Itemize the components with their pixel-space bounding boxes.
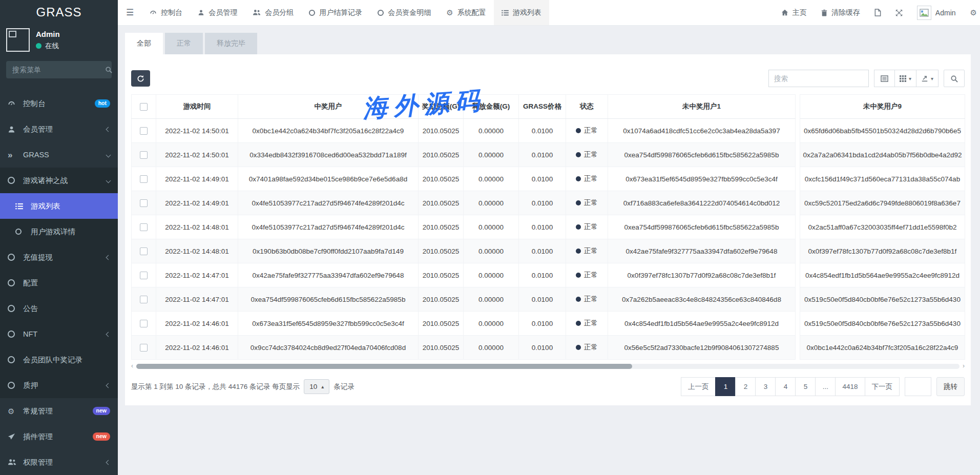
next-page-button[interactable]: 下一页 (865, 377, 900, 396)
table-view-buttons: ▾ ▾ (874, 70, 939, 87)
sidebar-item-staking[interactable]: 质押 (0, 373, 118, 398)
nav-item-game-list[interactable]: 游戏列表 (494, 0, 549, 25)
row-checkbox[interactable] (140, 223, 148, 231)
status-dot (576, 321, 581, 326)
sidebar-item-grass[interactable]: » GRASS (0, 142, 118, 168)
col-winner[interactable]: 中奖用户 (238, 95, 419, 119)
table-search-input[interactable] (774, 75, 863, 82)
scroll-right-arrow[interactable]: › (963, 362, 965, 369)
row-checkbox[interactable] (140, 272, 148, 279)
row-checkbox[interactable] (140, 320, 148, 327)
row-checkbox[interactable] (140, 127, 148, 135)
status-dot (576, 297, 581, 302)
sidebar-item-nft[interactable]: NFT (0, 321, 118, 347)
pagination-info: 显示第 1 到第 10 条记录，总共 44176 条记录 每页显示 10 ▴ 条… (131, 379, 355, 394)
refresh-button[interactable] (131, 70, 150, 87)
sidebar-item-permission-management[interactable]: 权限管理 (0, 449, 118, 475)
nav-item-user-settlement-records[interactable]: 用户结算记录 (301, 0, 370, 25)
caret-down-icon: ▾ (909, 76, 911, 81)
caret-down-icon: ▾ (931, 76, 933, 81)
sidebar-search-input[interactable] (12, 66, 105, 74)
row-checkbox[interactable] (140, 199, 148, 207)
nav-item-console[interactable]: 控制台 (142, 0, 190, 25)
table-toolbar: ▾ ▾ (125, 54, 971, 94)
sidebar-item-plugin-management[interactable]: 插件管理 new (0, 424, 118, 449)
sidebar-item-team-prize-records[interactable]: 会员团队中奖记录 (0, 347, 118, 373)
col-loser1[interactable]: 未中奖用户1 (608, 95, 796, 119)
jump-page-input[interactable] (905, 377, 931, 396)
sidebar-item-label: 游戏列表 (31, 201, 60, 211)
col-released-amount[interactable]: 释放金额(G) (464, 95, 519, 119)
tab-all[interactable]: 全部 (125, 33, 163, 54)
sidebar-item-game-of-gods[interactable]: 游戏诸神之战 (0, 168, 118, 193)
nav-item-label: 系统配置 (457, 8, 486, 17)
sidebar-item-game-list[interactable]: 游戏列表 (0, 193, 118, 219)
detail-view-button[interactable] (874, 70, 895, 87)
sidebar-item-general-management[interactable]: ⚙ 常规管理 new (0, 398, 118, 424)
scrollbar-track[interactable] (136, 364, 960, 369)
home-button[interactable]: 主页 (775, 8, 813, 17)
col-game-time[interactable]: 游戏时间 (156, 95, 238, 119)
tab-released[interactable]: 释放完毕 (205, 33, 257, 54)
nav-item-system-config[interactable]: ⚙ 系统配置 (439, 0, 493, 25)
page-button[interactable]: 2 (735, 377, 756, 396)
page-button[interactable]: 4 (775, 377, 796, 396)
col-total-reward[interactable]: 奖励总额(G) (419, 95, 464, 119)
sidebar-item-announcement[interactable]: 公告 (0, 296, 118, 321)
cell-loser1-address: 0xea754df599876065cfeb6d615fbc585622a598… (608, 143, 796, 167)
fullscreen-button[interactable] (889, 9, 909, 16)
circle-icon (309, 10, 315, 16)
cell-loser1-address: 0x1074a6ad418cdfc51cc6e2c0c3ab4ea28da5a3… (608, 119, 796, 143)
nav-item-members[interactable]: 会员管理 (190, 0, 245, 25)
page-button[interactable]: 1 (715, 377, 736, 396)
cell-winner-address: 0x7401a98fae592d34be015ce986b9ce7e6e5d6a… (238, 167, 419, 191)
nav-item-member-groups[interactable]: 会员分组 (245, 0, 301, 25)
row-checkbox[interactable] (140, 247, 148, 255)
sidebar-item-user-game-detail[interactable]: 用户游戏详情 (0, 219, 118, 244)
page-size-dropdown[interactable]: 10 ▴ (304, 379, 329, 394)
cell-grass-price: 0.0100 (519, 336, 566, 360)
sidebar-item-deposit-withdraw[interactable]: 充值提现 (0, 244, 118, 270)
tab-normal[interactable]: 正常 (165, 33, 203, 54)
jump-button[interactable]: 跳转 (936, 377, 965, 396)
row-checkbox[interactable] (140, 344, 148, 352)
page-button[interactable]: 5 (795, 377, 816, 396)
table-row: 2022-11-02 14:49:01 0x4fe51053977c217ad2… (132, 191, 965, 215)
cell-game-time: 2022-11-02 14:49:01 (156, 167, 238, 191)
col-loser9[interactable]: 未中奖用户9 (800, 95, 965, 119)
cell-grass-price: 0.0100 (519, 143, 566, 167)
hamburger-menu-icon[interactable]: ☰ (118, 0, 142, 25)
sidebar-item-console[interactable]: 控制台 hot (0, 91, 118, 116)
language-button[interactable] (868, 9, 887, 16)
cell-released-amount: 0.00000 (464, 191, 519, 215)
sidebar-item-label: GRASS (23, 151, 49, 159)
scrollbar-thumb[interactable] (136, 364, 632, 369)
select-all-checkbox[interactable] (140, 103, 148, 111)
app-root: GRASS Admin 在线 控制台 hot 会员管理 (0, 0, 980, 475)
cell-status: 正常 (566, 191, 608, 215)
page-button[interactable]: 3 (755, 377, 776, 396)
row-checkbox[interactable] (140, 151, 148, 159)
scroll-left-arrow[interactable]: ‹ (131, 362, 133, 369)
row-checkbox[interactable] (140, 175, 148, 183)
cell-total-reward: 2010.05025 (419, 287, 464, 312)
col-status[interactable]: 状态 (566, 95, 608, 119)
admin-menu[interactable]: Admin (911, 6, 962, 20)
nav-item-member-fund-details[interactable]: 会员资金明细 (370, 0, 439, 25)
columns-button[interactable]: ▾ (894, 70, 916, 87)
col-grass-price[interactable]: GRASS价格 (519, 95, 566, 119)
gears-icon: ⚙ (8, 407, 23, 415)
export-button[interactable]: ▾ (916, 70, 939, 87)
sidebar-item-config[interactable]: 配置 (0, 270, 118, 296)
page-button[interactable]: 4418 (835, 377, 865, 396)
page-button[interactable]: ... (815, 377, 836, 396)
settings-button[interactable]: ⚙ (964, 9, 979, 16)
advanced-search-button[interactable] (944, 70, 965, 87)
cell-status: 正常 (566, 239, 608, 263)
clear-cache-button[interactable]: 清除缓存 (815, 8, 866, 17)
sidebar-item-members[interactable]: 会员管理 (0, 116, 118, 142)
row-checkbox[interactable] (140, 296, 148, 303)
table-body: 2022-11-02 14:50:01 0x0bc1e442c0a624b34b… (132, 119, 965, 360)
prev-page-button[interactable]: 上一页 (681, 377, 716, 396)
table-search (768, 70, 869, 87)
